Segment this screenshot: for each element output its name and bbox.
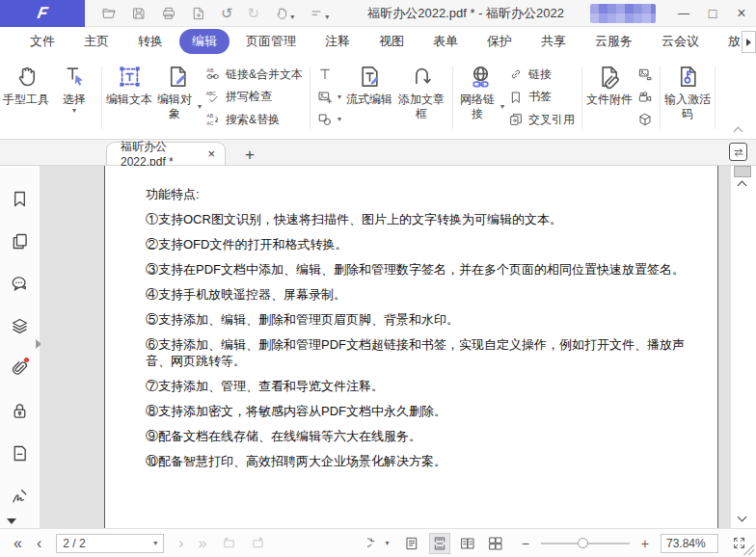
tab-close-icon[interactable]: ×: [207, 146, 215, 161]
single-page-view-button[interactable]: [401, 533, 422, 554]
panel-more-icon[interactable]: [7, 518, 16, 524]
document-tab-bar: 福昕办公2022.pdf * × +: [0, 140, 756, 166]
vertical-scrollbar[interactable]: [730, 166, 756, 528]
media-tools-column: [634, 59, 657, 137]
web-link-button[interactable]: 网络链接 ▾: [456, 59, 504, 137]
file-attachment-button[interactable]: 文件附件: [585, 59, 634, 137]
maximize-button[interactable]: □: [698, 0, 727, 27]
fullscreen-button[interactable]: [732, 536, 746, 550]
zoom-in-button[interactable]: +: [641, 537, 649, 550]
scrollbar-thumb[interactable]: [734, 166, 751, 177]
panel-attachments-button[interactable]: [10, 358, 30, 401]
first-page-button[interactable]: «: [14, 536, 22, 551]
previous-view-icon: [221, 535, 237, 551]
continuous-facing-view-button[interactable]: [485, 533, 506, 554]
add-shape-caret-icon: ▾: [338, 116, 341, 123]
edit-object-button[interactable]: 编辑对象 ▾: [153, 59, 202, 137]
cross-reference-button[interactable]: 交叉引用: [508, 110, 575, 129]
menu-tab-comment[interactable]: 注释: [312, 29, 363, 54]
add-article-button[interactable]: 添加文章框: [393, 59, 449, 137]
add-3d-button[interactable]: [637, 110, 653, 129]
add-video-button[interactable]: [637, 88, 653, 107]
undo-icon[interactable]: ↺: [221, 6, 233, 20]
foxit-logo-icon: F: [36, 4, 49, 23]
menu-tab-protect[interactable]: 保护: [474, 29, 525, 54]
bookmark-button[interactable]: 书签: [508, 88, 575, 107]
minimize-button[interactable]: —: [669, 0, 698, 27]
scroll-down-icon[interactable]: [738, 513, 747, 522]
continuous-facing-icon: [488, 536, 503, 551]
menu-tab-page-manage[interactable]: 页面管理: [233, 29, 309, 54]
menu-tab-file[interactable]: 文件: [17, 29, 68, 54]
previous-view-button[interactable]: [221, 535, 237, 551]
new-tab-button[interactable]: +: [245, 146, 255, 163]
rotate-caret-icon[interactable]: ▾: [386, 540, 390, 547]
link-button[interactable]: 链接: [508, 65, 575, 84]
video-camera-icon: [637, 90, 653, 105]
panel-comments-button[interactable]: [10, 274, 30, 316]
close-button[interactable]: ×: [727, 0, 756, 27]
document-tab-active[interactable]: 福昕办公2022.pdf * ×: [106, 142, 226, 165]
menu-tab-edit-active[interactable]: 编辑: [179, 29, 230, 54]
add-image-button[interactable]: ▾: [317, 88, 341, 107]
account-badge-blurred[interactable]: [590, 4, 656, 23]
menu-tab-cloud-meeting[interactable]: 云会议: [649, 29, 712, 54]
scroll-up-icon[interactable]: [738, 181, 747, 191]
menu-tab-share[interactable]: 共享: [528, 29, 579, 54]
ribbon-collapse-button[interactable]: [735, 121, 744, 131]
search-replace-label: 搜索&替换: [226, 112, 280, 128]
add-image-annotation-button[interactable]: [637, 65, 653, 84]
last-page-button[interactable]: »: [199, 536, 207, 551]
menu-tab-cloud-service[interactable]: 云服务: [582, 29, 645, 54]
redo-icon[interactable]: ↻: [248, 6, 260, 20]
menu-overflow-button[interactable]: [742, 31, 756, 53]
page-number-box[interactable]: 2 / 2 ▾: [56, 534, 164, 553]
previous-page-button[interactable]: ‹: [37, 536, 41, 551]
save-icon[interactable]: [131, 6, 147, 21]
menu-tab-home[interactable]: 主页: [71, 29, 122, 54]
panel-bookmarks-button[interactable]: [10, 189, 30, 231]
open-file-icon[interactable]: [101, 6, 117, 21]
panel-layers-button[interactable]: [10, 316, 30, 358]
select-tool-button[interactable]: 选择 ▾: [50, 59, 98, 137]
spell-check-button[interactable]: ABC 拼写检查: [205, 88, 303, 107]
print-icon[interactable]: [161, 6, 176, 21]
continuous-view-button[interactable]: [429, 533, 450, 554]
layers-panel-icon: [10, 316, 30, 336]
facing-view-button[interactable]: [457, 533, 478, 554]
flow-edit-button[interactable]: 流式编辑: [345, 59, 393, 137]
pdf-page[interactable]: 功能特点: ①支持OCR图文识别，快速将扫描件、图片上的文字转换为可编辑的文本。…: [104, 166, 718, 528]
rotate-view-button[interactable]: [367, 536, 383, 551]
new-page-icon[interactable]: [191, 6, 206, 21]
menu-tab-form[interactable]: 表单: [420, 29, 471, 54]
menu-tab-convert[interactable]: 转换: [125, 29, 176, 54]
search-replace-button[interactable]: ABAC 搜索&替换: [205, 110, 303, 129]
hand-mode-button[interactable]: ▾: [274, 6, 294, 21]
window-controls: — □ ×: [669, 0, 756, 27]
document-canvas[interactable]: 功能特点: ①支持OCR图文识别，快速将扫描件、图片上的文字转换为可编辑的文本。…: [40, 166, 730, 528]
add-shape-button[interactable]: ▾: [317, 110, 341, 129]
document-tab-label: 福昕办公2022.pdf *: [121, 139, 200, 169]
activation-key-icon: [675, 64, 701, 93]
next-page-button[interactable]: ›: [178, 536, 183, 551]
menu-tab-view[interactable]: 视图: [366, 29, 417, 54]
customize-caret-icon: ▾: [325, 13, 329, 21]
swap-view-button[interactable]: [729, 143, 747, 161]
image-annotation-icon: [637, 66, 653, 82]
spell-check-icon: ABC: [205, 90, 221, 105]
hand-tool-label: 手型工具: [3, 93, 49, 107]
link-merge-text-button[interactable]: AB 链接&合并文本: [205, 65, 303, 84]
zoom-slider[interactable]: [541, 543, 630, 544]
panel-destinations-button[interactable]: [10, 443, 30, 486]
zoom-out-button[interactable]: −: [522, 537, 529, 550]
edit-text-button[interactable]: 编辑文本: [105, 59, 153, 137]
hand-tool-button[interactable]: 手型工具: [2, 59, 50, 137]
panel-page-thumbnails-button[interactable]: [10, 231, 30, 274]
customize-toolbar-button[interactable]: ▾: [309, 6, 329, 21]
activation-code-button[interactable]: 输入激活码: [663, 59, 712, 137]
zoom-level-box[interactable]: 73.84%: [661, 534, 718, 553]
panel-security-button[interactable]: [10, 401, 30, 443]
next-view-button[interactable]: [250, 535, 266, 551]
add-text-button[interactable]: [317, 65, 341, 84]
zoom-slider-thumb[interactable]: [578, 538, 588, 548]
